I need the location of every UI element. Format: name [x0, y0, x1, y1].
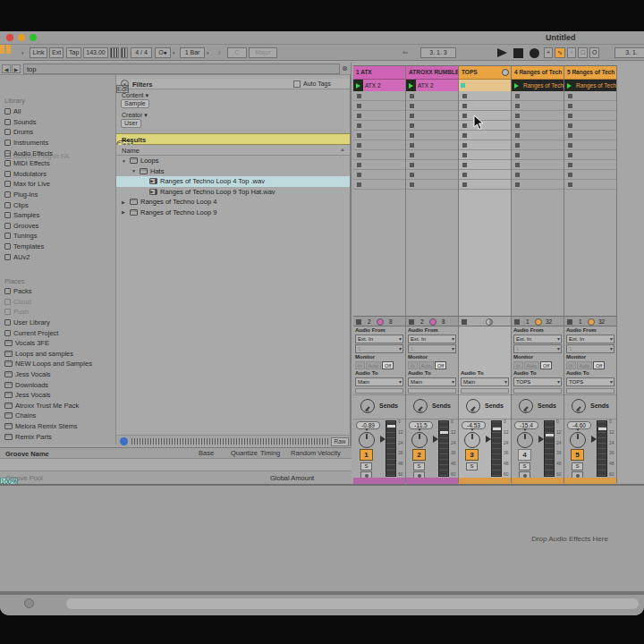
- clip-stop-slot[interactable]: [564, 121, 616, 131]
- clip-stop-slot[interactable]: [564, 150, 616, 160]
- track-activator-button[interactable]: 1: [360, 449, 373, 461]
- track-activator-button[interactable]: 2: [412, 449, 426, 461]
- clip-stop-icon[interactable]: [567, 319, 572, 325]
- clip-stop-icon[interactable]: [462, 319, 467, 325]
- sidebar-item[interactable]: Clips: [0, 199, 116, 210]
- capture-midi-button[interactable]: □: [578, 47, 588, 58]
- solo-button[interactable]: S: [466, 462, 478, 470]
- clip-stop-slot[interactable]: [406, 101, 458, 111]
- back-icon[interactable]: ◀: [2, 64, 11, 73]
- track-header[interactable]: TOPS: [459, 66, 511, 80]
- clip-play-icon[interactable]: [406, 80, 416, 91]
- monitor-option-button[interactable]: In: [408, 361, 418, 369]
- tempo-field[interactable]: 143.00: [83, 47, 108, 58]
- clip-stop-slot[interactable]: [406, 131, 458, 140]
- close-button[interactable]: [6, 34, 13, 41]
- minimize-button[interactable]: [18, 34, 25, 41]
- clip-play-icon[interactable]: [564, 80, 574, 91]
- clip-stop-icon[interactable]: [409, 319, 414, 325]
- tree-item[interactable]: ▼ Loops: [116, 156, 350, 166]
- clip-stop-slot[interactable]: [406, 150, 458, 160]
- metronome-icon[interactable]: O●: [155, 47, 171, 58]
- clip-stop-slot[interactable]: [564, 180, 616, 190]
- overdub-icon[interactable]: +: [544, 47, 553, 58]
- send-a-knob[interactable]: [413, 399, 428, 413]
- input-channel-menu[interactable]: 1: [355, 344, 403, 353]
- input-channel-menu[interactable]: 1: [566, 344, 614, 353]
- clip-stop-slot[interactable]: [459, 111, 511, 121]
- clip-stop-slot[interactable]: [512, 160, 564, 170]
- audio-to-menu[interactable]: Main: [408, 377, 456, 386]
- clip-stop-slot[interactable]: [406, 140, 458, 150]
- track-header[interactable]: 1 ATX: [353, 66, 405, 80]
- output-channel-field[interactable]: [355, 388, 403, 394]
- sidebar-item[interactable]: Packs: [0, 286, 116, 297]
- clip-stop-slot[interactable]: [512, 91, 564, 101]
- audio-to-menu[interactable]: TOPS: [513, 377, 562, 386]
- creator-filter-label[interactable]: Creator ▾: [122, 112, 148, 119]
- content-tag-chip[interactable]: Sample: [121, 99, 149, 108]
- clip-stop-slot[interactable]: [564, 140, 616, 150]
- sidebar-item[interactable]: Loops and samples: [0, 349, 116, 360]
- tree-item[interactable]: ▶ Ranges of Techno Loop 9: [116, 208, 350, 218]
- clip-stop-slot[interactable]: [564, 91, 616, 101]
- zoom-button[interactable]: [30, 34, 37, 41]
- tree-caret-icon[interactable]: ▼: [122, 158, 127, 164]
- clip-stop-slot[interactable]: [512, 150, 564, 160]
- audio-to-menu[interactable]: Main: [461, 377, 509, 386]
- push-status-icon[interactable]: [0, 45, 4, 54]
- clip-stop-slot[interactable]: [459, 121, 511, 131]
- volume-fader[interactable]: [491, 420, 502, 477]
- search-clear-icon[interactable]: ⊗: [342, 64, 348, 72]
- tree-caret-icon[interactable]: ▶: [122, 199, 127, 205]
- clip-stop-slot[interactable]: [406, 170, 458, 180]
- clip-stop-slot[interactable]: [406, 91, 458, 101]
- clip-slot[interactable]: ATX 2: [353, 80, 405, 91]
- clip-slot[interactable]: Ranges of Tech: [564, 80, 616, 91]
- clip-stop-slot[interactable]: [459, 131, 511, 140]
- tree-item[interactable]: ▶ Ranges of Techno Loop 4: [116, 197, 350, 208]
- name-column-header[interactable]: Name ▲: [116, 145, 350, 156]
- quantize-menu[interactable]: 1 Bar: [180, 47, 205, 58]
- sidebar-item[interactable]: Vocals 3FE: [0, 338, 116, 349]
- send-a-knob[interactable]: [360, 399, 375, 413]
- sidebar-item[interactable]: Samples: [0, 210, 116, 221]
- clip-stop-slot[interactable]: [564, 160, 616, 170]
- clip-stop-slot[interactable]: [406, 160, 458, 170]
- play-button[interactable]: [497, 48, 507, 57]
- clip-play-icon[interactable]: [353, 80, 363, 91]
- clip-stop-slot[interactable]: [353, 170, 405, 180]
- scale-note-icon[interactable]: ♪: [217, 48, 221, 56]
- link-button[interactable]: Link: [30, 47, 47, 58]
- preview-waveform[interactable]: [131, 438, 328, 445]
- sidebar-item[interactable]: Chains: [0, 411, 116, 421]
- forward-icon[interactable]: ▶: [12, 64, 21, 73]
- send-a-knob[interactable]: [572, 399, 586, 413]
- clip-stop-slot[interactable]: [459, 140, 511, 150]
- sidebar-item[interactable]: Jess Vocals: [0, 390, 116, 401]
- audio-from-menu[interactable]: Ext. In: [513, 335, 562, 343]
- solo-button[interactable]: S: [519, 462, 530, 470]
- output-channel-field[interactable]: [566, 388, 614, 394]
- time-signature-field[interactable]: 4 / 4: [131, 47, 152, 58]
- audio-from-menu[interactable]: Ext. In: [408, 335, 456, 343]
- loop-start-field[interactable]: 3. 1.: [614, 47, 644, 58]
- sidebar-item[interactable]: Tunings: [0, 231, 116, 242]
- monitor-option-button[interactable]: Auto: [524, 361, 539, 369]
- clip-stop-slot[interactable]: [459, 101, 511, 111]
- input-channel-menu[interactable]: 1: [513, 344, 562, 353]
- clip-stop-icon[interactable]: [514, 319, 520, 325]
- creator-tag-chip[interactable]: User: [121, 119, 141, 128]
- output-channel-field[interactable]: [461, 388, 509, 394]
- clip-stop-slot[interactable]: [459, 91, 511, 101]
- clip-slot[interactable]: ATX 2: [406, 80, 458, 91]
- solo-button[interactable]: S: [413, 462, 425, 470]
- audio-from-menu[interactable]: Ext. In: [566, 335, 614, 343]
- volume-fader[interactable]: [438, 420, 449, 477]
- clip-stop-slot[interactable]: [512, 101, 564, 111]
- monitor-option-button[interactable]: Off: [593, 361, 605, 369]
- record-button[interactable]: [530, 48, 539, 58]
- raw-button[interactable]: Raw: [331, 437, 349, 446]
- clip-stop-slot[interactable]: [406, 180, 458, 190]
- monitor-option-button[interactable]: In: [513, 361, 523, 369]
